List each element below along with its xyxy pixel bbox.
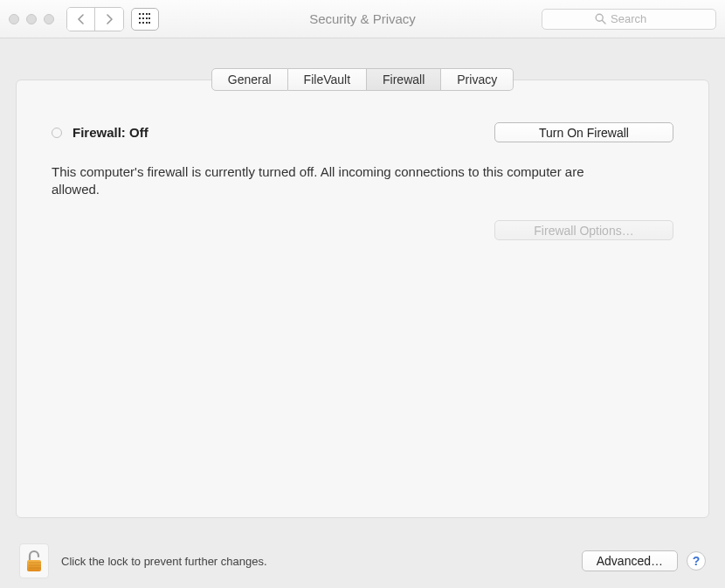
help-button[interactable]: ?	[687, 551, 706, 571]
minimize-window-icon[interactable]	[26, 14, 37, 24]
tab-filevault[interactable]: FileVault	[288, 68, 367, 91]
status-indicator-icon	[52, 128, 62, 138]
tab-general[interactable]: General	[211, 68, 288, 91]
search-field[interactable]	[542, 9, 716, 30]
search-input[interactable]	[611, 12, 663, 25]
firewall-description: This computer's firewall is currently tu…	[52, 163, 611, 199]
svg-line-1	[602, 20, 605, 24]
search-icon	[595, 13, 606, 24]
tab-privacy[interactable]: Privacy	[441, 68, 514, 91]
firewall-pane: Firewall: Off Turn On Firewall This comp…	[16, 80, 709, 518]
advanced-button[interactable]: Advanced…	[582, 550, 678, 571]
svg-rect-2	[27, 560, 41, 571]
grid-icon	[139, 13, 151, 25]
firewall-status-row: Firewall: Off Turn On Firewall	[52, 122, 673, 142]
tab-bar: General FileVault Firewall Privacy	[16, 68, 709, 91]
tab-firewall[interactable]: Firewall	[367, 68, 441, 91]
zoom-window-icon[interactable]	[44, 14, 54, 24]
content-area: General FileVault Firewall Privacy Firew…	[0, 38, 725, 518]
firewall-options-button: Firewall Options…	[494, 220, 673, 240]
turn-on-firewall-button[interactable]: Turn On Firewall	[494, 122, 673, 142]
footer: Click the lock to prevent further change…	[0, 534, 725, 588]
lock-button[interactable]	[19, 543, 49, 578]
forward-button[interactable]	[95, 8, 123, 31]
titlebar: Security & Privacy	[0, 0, 725, 38]
window-controls	[9, 14, 54, 24]
nav-back-forward	[66, 7, 124, 31]
lock-label: Click the lock to prevent further change…	[61, 555, 267, 568]
lock-icon	[24, 550, 44, 574]
show-all-button[interactable]	[131, 8, 159, 31]
firewall-status-label: Firewall: Off	[72, 125, 148, 140]
chevron-left-icon	[77, 14, 86, 24]
close-window-icon[interactable]	[9, 14, 19, 24]
back-button[interactable]	[67, 8, 95, 31]
chevron-right-icon	[105, 14, 114, 24]
